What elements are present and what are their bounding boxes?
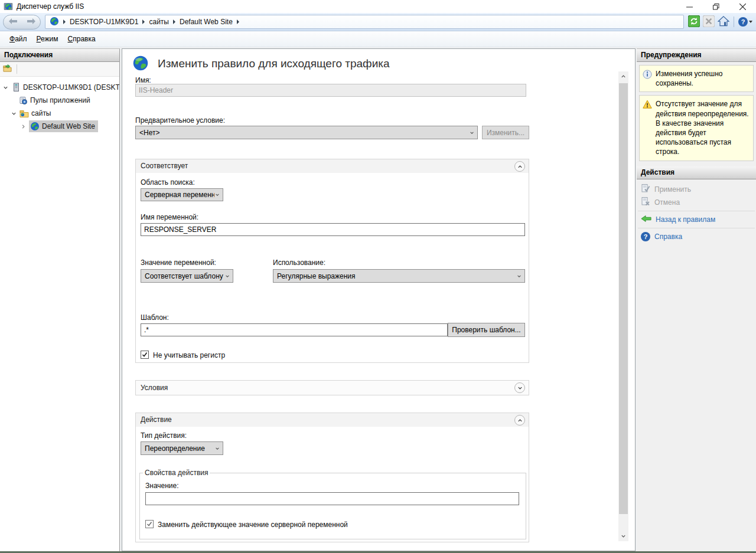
chevron-expanded-icon[interactable]: [11, 111, 17, 116]
chevron-collapsed-icon[interactable]: [20, 124, 27, 129]
info-alert: Изменения успешно сохранены.: [639, 65, 754, 92]
connections-toolbar: [0, 62, 119, 77]
menu-file[interactable]: Файл: [5, 32, 32, 45]
name-input: [135, 84, 526, 97]
collapse-section-button[interactable]: [514, 161, 525, 172]
scrollbar-thumb[interactable]: [619, 83, 628, 514]
breadcrumb-item-sites[interactable]: сайты: [149, 18, 169, 26]
action-properties-title: Свойства действия: [143, 469, 210, 477]
menu-view[interactable]: Режим: [32, 32, 63, 45]
chevron-down-icon: [516, 274, 522, 279]
stop-icon: [703, 15, 715, 29]
variable-name-input[interactable]: [141, 223, 525, 236]
help-icon[interactable]: ?: [738, 17, 752, 27]
restore-button[interactable]: [703, 0, 729, 13]
replace-value-checkbox[interactable]: [145, 520, 154, 528]
tree-node-app-pools[interactable]: Пулы приложений: [0, 94, 119, 107]
forward-nav-icon[interactable]: [27, 18, 35, 26]
back-to-rules-label: Назад к правилам: [656, 215, 715, 224]
value-input[interactable]: [145, 492, 519, 505]
warning-alert-text: Отсутствует значение для действия переоп…: [656, 99, 750, 156]
conditions-section: Условия: [135, 380, 529, 395]
action-section: Действие Тип действия: Переопределение С…: [135, 413, 529, 542]
scope-select[interactable]: Серверная переменн: [141, 188, 223, 201]
ignore-case-label: Не учитывать регистр: [153, 351, 225, 359]
selected-tree-item: Default Web Site: [29, 120, 98, 132]
action-type-select[interactable]: Переопределение: [141, 441, 223, 455]
breadcrumb[interactable]: DESKTOP-U1MK9D1 сайты Default Web Site: [45, 15, 684, 29]
refresh-icon[interactable]: [688, 15, 700, 29]
variable-value-label: Значение переменной:: [141, 258, 216, 267]
help-action[interactable]: ? Справка: [637, 230, 756, 243]
chevron-down-icon: [224, 274, 230, 279]
warning-alert: Отсутствует значение для действия переоп…: [639, 95, 754, 161]
test-pattern-button[interactable]: Проверить шаблон...: [448, 323, 525, 337]
connections-panel: Подключения DESKTOP-U1MK9D1 (DESKTOP Пул…: [0, 48, 120, 551]
back-nav-icon[interactable]: [9, 18, 17, 26]
apply-icon: [641, 184, 650, 195]
pattern-input[interactable]: [141, 323, 448, 336]
info-alert-text: Изменения успешно сохранены.: [656, 69, 750, 88]
expand-section-button[interactable]: [514, 382, 525, 393]
match-section-title: Соответствует: [136, 159, 529, 173]
tree-node-server[interactable]: DESKTOP-U1MK9D1 (DESKTOP: [0, 81, 119, 94]
name-label: Имя:: [135, 76, 151, 84]
scroll-down-icon[interactable]: [618, 531, 628, 541]
home-icon[interactable]: [718, 15, 729, 29]
using-label: Использование:: [273, 258, 325, 267]
scroll-up-icon[interactable]: [618, 71, 628, 81]
app-icon: [4, 2, 13, 11]
back-to-rules-action[interactable]: Назад к правилам: [637, 213, 756, 226]
edit-precondition-button: Изменить...: [482, 126, 529, 139]
actions-list: Применить Отмена Назад к правилам: [637, 179, 756, 243]
chevron-expanded-icon[interactable]: [2, 85, 9, 90]
precondition-select[interactable]: <Нет>: [135, 126, 478, 139]
action-type-label: Тип действия:: [141, 431, 187, 440]
conditions-section-title: Условия: [136, 381, 529, 395]
check-icon: [146, 521, 152, 527]
connections-header: Подключения: [0, 49, 119, 62]
tree-node-sites[interactable]: сайты: [0, 107, 119, 120]
menu-bar: Файл Режим Справка: [0, 31, 756, 47]
vertical-scrollbar[interactable]: [618, 71, 628, 541]
address-bar-tools: ?: [688, 15, 752, 29]
check-icon: [142, 352, 148, 358]
replace-value-label: Заменить действующее значение серверной …: [158, 521, 348, 529]
create-connection-icon[interactable]: [2, 64, 12, 74]
variable-name-label: Имя переменной:: [141, 213, 198, 221]
sites-folder-icon: [19, 109, 29, 118]
warning-icon: [643, 99, 652, 156]
action-type-value: Переопределение: [145, 444, 214, 453]
tree-node-default-web-site[interactable]: Default Web Site: [0, 120, 119, 133]
chevron-up-icon: [517, 418, 523, 423]
chevron-up-icon: [517, 164, 523, 169]
warnings-header: Предупреждения: [637, 49, 756, 62]
chevron-down-icon: [517, 385, 523, 391]
cancel-icon: [641, 197, 650, 208]
tree-label-sites: сайты: [31, 109, 51, 117]
breadcrumb-item-default-web-site[interactable]: Default Web Site: [180, 18, 233, 26]
chevron-down-icon: [214, 192, 220, 197]
breadcrumb-arrow-icon: [63, 19, 66, 24]
collapse-section-button[interactable]: [514, 415, 525, 426]
using-select[interactable]: Регулярные выражения: [273, 269, 525, 283]
menu-help[interactable]: Справка: [63, 32, 100, 45]
cancel-action: Отмена: [637, 196, 756, 209]
precondition-label: Предварительное условие:: [135, 116, 225, 125]
breadcrumb-item-server[interactable]: DESKTOP-U1MK9D1: [70, 18, 138, 26]
breadcrumb-arrow-icon: [173, 19, 175, 24]
minimize-button[interactable]: [676, 0, 703, 13]
breadcrumb-globe-icon: [50, 17, 59, 28]
separator: [638, 228, 755, 228]
help-label: Справка: [654, 233, 682, 241]
back-arrow-icon: [641, 215, 651, 224]
toolbar-separator: [17, 64, 17, 74]
value-label: Значение:: [145, 482, 179, 490]
iis-manager-window: Диспетчер служб IIS DESKTOP-U1MK9D1 сайт…: [0, 0, 756, 553]
ignore-case-checkbox[interactable]: [141, 351, 149, 359]
apply-label: Применить: [654, 185, 691, 194]
tree-label-server: DESKTOP-U1MK9D1 (DESKTOP: [23, 83, 119, 91]
variable-value-select[interactable]: Соответствует шаблону: [141, 269, 233, 283]
breadcrumb-arrow-icon: [237, 19, 239, 24]
close-button[interactable]: [729, 0, 756, 13]
